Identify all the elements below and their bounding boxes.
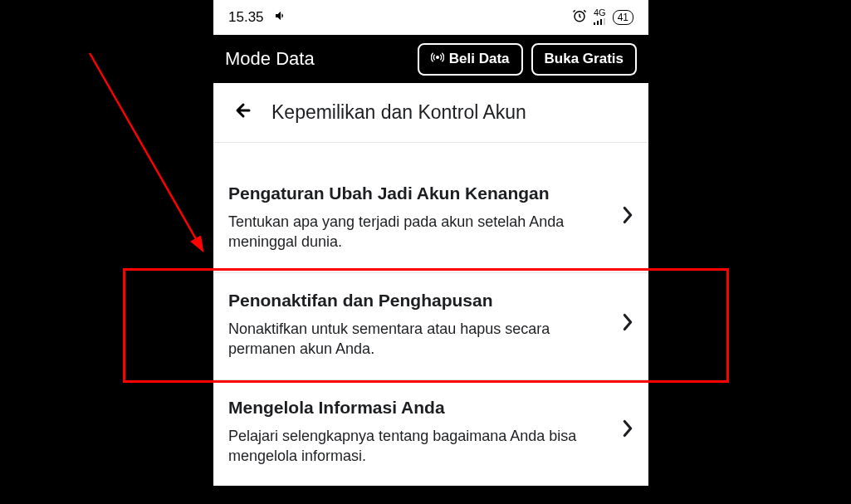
battery-icon: 41 [613, 10, 633, 25]
chevron-right-icon [615, 206, 633, 229]
phone-frame: 15.35 4G 41 Mode Data Beli Data [213, 0, 648, 504]
svg-rect-4 [604, 18, 605, 25]
antenna-icon [431, 51, 444, 68]
mode-bar: Mode Data Beli Data Buka Gratis [213, 35, 648, 83]
chevron-right-icon [615, 419, 633, 443]
status-time: 15.35 [228, 9, 264, 26]
item-desc: Tentukan apa yang terjadi pada akun sete… [228, 212, 605, 252]
network-icon: 4G [594, 8, 606, 27]
settings-list: Pengaturan Ubah Jadi Akun Kenangan Tentu… [213, 166, 648, 486]
item-desc: Pelajari selengkapnya tentang bagaimana … [228, 426, 605, 467]
page-title: Kepemilikan dan Kontrol Akun [271, 101, 526, 124]
status-bar: 15.35 4G 41 [213, 0, 648, 35]
item-title: Penonaktifan dan Penghapusan [228, 290, 605, 311]
svg-point-5 [436, 56, 438, 58]
buy-data-button[interactable]: Beli Data [418, 43, 523, 76]
item-title: Pengaturan Ubah Jadi Akun Kenangan [228, 183, 605, 203]
list-item-manage-information[interactable]: Mengelola Informasi Anda Pelajari seleng… [213, 380, 648, 487]
alarm-icon [572, 8, 587, 27]
page-header: Kepemilikan dan Kontrol Akun [213, 83, 648, 143]
open-free-button[interactable]: Buka Gratis [531, 43, 637, 76]
chevron-right-icon [615, 313, 633, 336]
list-item-deactivation-deletion[interactable]: Penonaktifan dan Penghapusan Nonaktifkan… [213, 273, 648, 380]
svg-rect-2 [597, 21, 599, 25]
svg-rect-3 [600, 19, 602, 25]
back-button[interactable] [233, 100, 253, 125]
svg-rect-1 [594, 22, 595, 25]
item-title: Mengelola Informasi Anda [228, 397, 605, 418]
svg-line-7 [90, 53, 202, 249]
volume-icon [274, 9, 287, 27]
mode-label: Mode Data [225, 48, 315, 70]
list-item-memorialization[interactable]: Pengaturan Ubah Jadi Akun Kenangan Tentu… [213, 166, 648, 273]
item-desc: Nonaktifkan untuk sementara atau hapus s… [228, 319, 605, 360]
